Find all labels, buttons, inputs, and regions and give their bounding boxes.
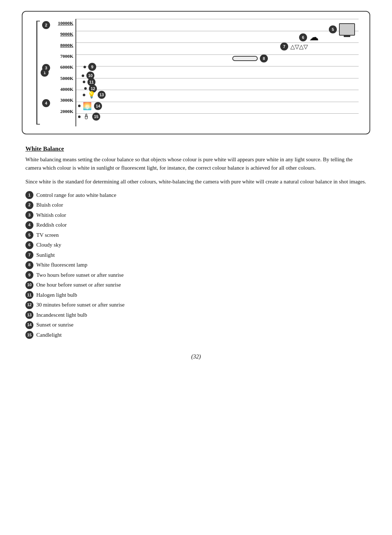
- list-item-3: 3Whitish color: [25, 211, 367, 219]
- list-item-14: 14Sunset or sunrise: [25, 321, 367, 329]
- y-label-5000k: 5000K: [50, 76, 73, 81]
- y-label-6000k: 6000K: [50, 65, 73, 69]
- list-item-text-13: Incandescent light bulb: [36, 311, 87, 319]
- y-label-4000k: 4000K: [50, 87, 73, 92]
- list-item-text-14: Sunset or sunrise: [36, 321, 74, 329]
- list-item-text-7: Sunlight: [36, 251, 55, 259]
- list-item-6: 6Cloudy sky: [25, 241, 367, 249]
- list-item-text-15: Candlelight: [36, 331, 62, 339]
- y-label-8000k: 8000K: [50, 43, 73, 48]
- list-item-4: 4Reddish color: [25, 221, 367, 229]
- list-item-text-6: Cloudy sky: [36, 241, 61, 249]
- list-item-text-5: TV screen: [36, 231, 59, 239]
- list-item-text-3: Whitish color: [36, 211, 66, 219]
- y-label-empty: [50, 120, 73, 125]
- badge-3: 3: [42, 64, 50, 72]
- list-item-1: 1Control range for auto white balance: [25, 191, 367, 199]
- list-item-text-4: Reddish color: [36, 221, 67, 229]
- chart-item-9: 9: [83, 63, 96, 71]
- chart-item-13: 💡 13: [83, 91, 106, 99]
- y-axis: 10000K 9000K 8000K 7000K 6000K 5000K 400…: [50, 19, 75, 126]
- list-item-text-1: Control range for auto white balance: [36, 191, 116, 199]
- body-text-1: White balancing means setting the colour…: [25, 155, 367, 173]
- chart-area: 5 6 ☁ 7 △▽△▽ 8: [75, 19, 359, 126]
- badge-4: 4: [42, 99, 50, 107]
- chart-item-6: 6 ☁: [299, 33, 319, 42]
- body-text-2: Since white is the standard for determin…: [25, 178, 367, 186]
- list-item-2: 2Bluish color: [25, 201, 367, 209]
- list-item-15: 15Candlelight: [25, 331, 367, 339]
- chart-item-8: 8: [232, 54, 268, 62]
- list-item-9: 9Two hours before sunset or after sunris…: [25, 271, 367, 279]
- page-number: (32): [22, 353, 370, 360]
- chart-item-15: 🕯 15: [78, 113, 100, 121]
- chart-item-14: 🌅 14: [78, 102, 102, 110]
- diagram-container: 1 2 3 4 10000K 9000K 8000K 7000K 6000K 5…: [22, 11, 370, 134]
- y-label-10000k: 10000K: [50, 21, 73, 25]
- chart-item-5: 5: [329, 23, 355, 36]
- list-item-text-11: Halogen light bulb: [36, 291, 77, 299]
- list-item-text-10: One hour before sunset or after sunrise: [36, 281, 121, 289]
- list-item-11: 11Halogen light bulb: [25, 291, 367, 299]
- badge-2: 2: [42, 21, 50, 29]
- list-item-13: 13Incandescent light bulb: [25, 311, 367, 319]
- legend-list: 1Control range for auto white balance2Bl…: [25, 191, 367, 339]
- y-label-3000k: 3000K: [50, 98, 73, 102]
- list-item-10: 10One hour before sunset or after sunris…: [25, 281, 367, 289]
- list-item-text-12: 30 minutes before sunset or after sunris…: [36, 301, 124, 309]
- y-label-7000k: 7000K: [50, 54, 73, 58]
- chart-item-7: 7 △▽△▽: [280, 42, 308, 50]
- list-item-5: 5TV screen: [25, 231, 367, 239]
- list-item-8: 8White fluorescent lamp: [25, 261, 367, 269]
- section-title: White Balance: [25, 145, 367, 153]
- list-item-text-2: Bluish color: [36, 201, 63, 209]
- y-label-9000k: 9000K: [50, 32, 73, 36]
- y-label-2000k: 2000K: [50, 109, 73, 114]
- list-item-text-8: White fluorescent lamp: [36, 261, 87, 269]
- content-section: White Balance White balancing means sett…: [22, 145, 370, 339]
- list-item-text-9: Two hours before sunset or after sunrise: [36, 271, 124, 279]
- list-item-12: 1230 minutes before sunset or after sunr…: [25, 301, 367, 309]
- list-item-7: 7Sunlight: [25, 251, 367, 259]
